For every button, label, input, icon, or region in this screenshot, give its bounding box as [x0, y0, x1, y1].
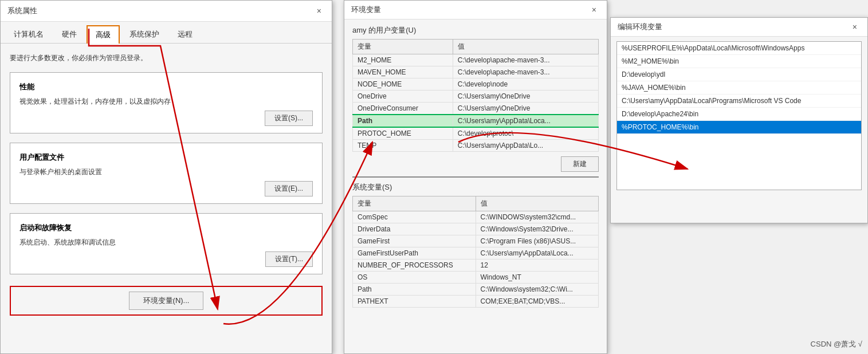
edit-env-close[interactable]: ×	[849, 21, 861, 33]
user-row-m2home[interactable]: M2_HOME C:\develop\apache-maven-3...	[353, 54, 599, 66]
user-row-onedriveconsumer[interactable]: OneDriveConsumer C:\Users\amy\OneDrive	[353, 103, 599, 115]
sys-props-window: 系统属性 × 计算机名 硬件 高级 系统保护 远程 要进行大多数更改，你必须作为…	[0, 0, 332, 354]
edit-env-item-1[interactable]: %M2_HOME%\bin	[617, 55, 861, 68]
user-profile-settings-btn[interactable]: 设置(E)...	[265, 181, 313, 196]
sys-props-titlebar: 系统属性 ×	[1, 1, 332, 22]
user-profile-section: 用户配置文件 与登录帐户相关的桌面设置 设置(E)...	[10, 143, 323, 204]
new-user-var-btn[interactable]: 新建	[561, 156, 599, 172]
sys-row-os[interactable]: OS Windows_NT	[353, 272, 599, 284]
sys-row-comspec[interactable]: ComSpec C:\WINDOWS\system32\cmd...	[353, 211, 599, 223]
sys-col-val: 值	[476, 196, 599, 211]
tab-remote[interactable]: 远程	[169, 25, 201, 43]
performance-section: 性能 视觉效果，处理器计划，内存使用，以及虚拟内存 设置(S)...	[10, 72, 323, 133]
edit-env-title: 编辑环境变量	[618, 22, 662, 32]
edit-env-titlebar: 编辑环境变量 ×	[611, 18, 867, 37]
user-row-temp[interactable]: TEMP C:\Users\amy\AppData\Lo...	[353, 140, 599, 152]
env-titlebar: 环境变量 ×	[344, 1, 607, 19]
tab-hardware[interactable]: 硬件	[53, 25, 85, 43]
sys-props-body: 要进行大多数更改，你必须作为管理员登录。 性能 视觉效果，处理器计划，内存使用，…	[1, 44, 332, 325]
edit-env-list: %USERPROFILE%\AppData\Local\Microsoft\Wi…	[616, 41, 862, 190]
env-body: amy 的用户变量(U) 变量 值 M2_HOME C:\develop\apa…	[344, 19, 607, 318]
sys-row-path[interactable]: Path C:\Windows\system32;C:\Wi...	[353, 284, 599, 296]
sys-vars-title: 系统变量(S)	[352, 182, 599, 192]
user-col-val: 值	[453, 40, 598, 54]
performance-desc: 视觉效果，处理器计划，内存使用，以及虚拟内存	[19, 97, 313, 107]
warning-text: 要进行大多数更改，你必须作为管理员登录。	[10, 53, 323, 63]
sys-row-numprocessors[interactable]: NUMBER_OF_PROCESSORS 12	[353, 259, 599, 272]
user-row-nodehome[interactable]: NODE_HOME C:\develop\node	[353, 78, 599, 91]
sys-row-gamefirstuserpath[interactable]: GameFirstUserPath C:\Users\amy\AppData\L…	[353, 247, 599, 259]
sys-row-gamefirst[interactable]: GameFirst C:\Program Files (x86)\ASUS...	[353, 235, 599, 247]
user-row-path[interactable]: Path C:\Users\amy\AppData\Loca...	[353, 115, 599, 127]
csdn-watermark: CSDN @萧戈 √	[811, 339, 862, 349]
edit-env-item-4[interactable]: C:\Users\amy\AppData\Local\Programs\Micr…	[617, 95, 861, 108]
edit-env-window: 编辑环境变量 × %USERPROFILE%\AppData\Local\Mic…	[610, 17, 868, 223]
user-vars-table: 变量 值 M2_HOME C:\develop\apache-maven-3..…	[352, 39, 599, 152]
user-col-var: 变量	[353, 40, 453, 54]
env-close[interactable]: ×	[588, 4, 600, 15]
tab-sys-protect[interactable]: 系统保护	[121, 25, 168, 43]
divider	[352, 176, 599, 178]
tab-advanced[interactable]: 高级	[87, 25, 120, 44]
tab-bar: 计算机名 硬件 高级 系统保护 远程	[1, 22, 332, 44]
startup-desc: 系统启动、系统故障和调试信息	[19, 238, 313, 247]
startup-section: 启动和故障恢复 系统启动、系统故障和调试信息 设置(T)...	[10, 213, 323, 274]
user-row-onedrive[interactable]: OneDrive C:\Users\amy\OneDrive	[353, 91, 599, 103]
env-btn-container: 环境变量(N)...	[10, 286, 323, 316]
sys-props-title: 系统属性	[7, 6, 37, 16]
edit-env-body: %USERPROFILE%\AppData\Local\Microsoft\Wi…	[611, 37, 867, 221]
sys-vars-table: 变量 值 ComSpec C:\WINDOWS\system32\cmd... …	[352, 196, 599, 308]
tab-computer-name[interactable]: 计算机名	[5, 25, 52, 43]
performance-title: 性能	[19, 82, 313, 92]
user-profile-title: 用户配置文件	[19, 152, 313, 163]
env-variables-btn[interactable]: 环境变量(N)...	[129, 292, 204, 310]
env-window: 环境变量 × amy 的用户变量(U) 变量 值 M2_HOME C:\deve…	[344, 0, 607, 354]
user-row-mavenhome[interactable]: MAVEN_HOME C:\develop\apache-maven-3...	[353, 66, 599, 78]
edit-env-item-2[interactable]: D:\develop\ydl	[617, 68, 861, 81]
edit-env-item-5[interactable]: D:\develop\Apache24\bin	[617, 108, 861, 121]
sys-row-pathext[interactable]: PATHEXT COM;EXE;BAT;CMD;VBS...	[353, 296, 599, 308]
startup-settings-btn[interactable]: 设置(T)...	[265, 251, 313, 267]
user-profile-desc: 与登录帐户相关的桌面设置	[19, 167, 313, 177]
edit-env-item-6[interactable]: %PROTOC_HOME%\bin	[617, 121, 861, 134]
env-title: 环境变量	[351, 5, 381, 15]
sys-row-driverdata[interactable]: DriverData C:\Windows\System32\Drive...	[353, 223, 599, 235]
sys-col-var: 变量	[353, 196, 476, 211]
user-vars-title: amy 的用户变量(U)	[352, 25, 599, 36]
performance-settings-btn[interactable]: 设置(S)...	[265, 111, 313, 126]
edit-env-item-3[interactable]: %JAVA_HOME%\bin	[617, 81, 861, 95]
sys-props-close[interactable]: ×	[313, 5, 325, 17]
user-row-protochome[interactable]: PROTOC_HOME C:\develop\protoc\	[353, 127, 599, 140]
edit-env-item-0[interactable]: %USERPROFILE%\AppData\Local\Microsoft\Wi…	[617, 42, 861, 55]
startup-title: 启动和故障恢复	[19, 223, 313, 233]
